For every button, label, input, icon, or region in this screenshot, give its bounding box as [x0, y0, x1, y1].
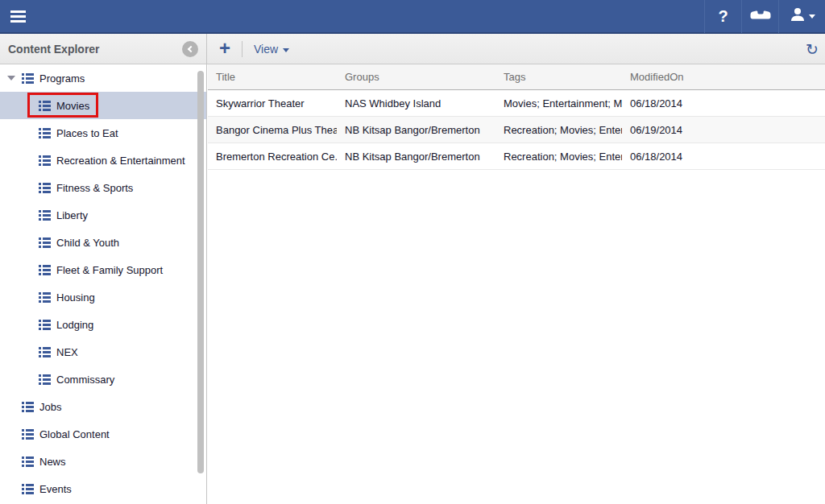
list-icon — [22, 402, 34, 412]
top-bar: ? — [0, 0, 825, 34]
tree-item-recreation-entertainment[interactable]: Recreation & Entertainment — [0, 147, 206, 174]
list-icon — [39, 292, 51, 303]
tree-item-label: Lodging — [56, 319, 93, 331]
table-row[interactable]: Bangor Cinema Plus Thea... NB Kitsap Ban… — [208, 117, 825, 143]
refresh-button[interactable]: ↻ — [799, 40, 825, 58]
tree-item-fleet-family-support[interactable]: Fleet & Family Support — [0, 256, 206, 283]
cell-groups: NAS Whidbey Island — [337, 97, 495, 109]
column-header-modifiedon[interactable]: ModifiedOn — [622, 71, 825, 83]
tree-item-label: Programs — [39, 72, 85, 85]
tree-item-housing[interactable]: Housing — [0, 283, 206, 311]
hamburger-menu-icon[interactable] — [0, 0, 35, 33]
tree-item-movies[interactable]: Movies — [0, 92, 206, 119]
cell-modifiedon: 06/18/2014 — [622, 151, 825, 163]
user-menu-button[interactable] — [778, 0, 825, 33]
tree-item-label: Fleet & Family Support — [56, 264, 163, 276]
tree-item-global-content[interactable]: Global Content — [0, 420, 206, 448]
tree-item-label: Fitness & Sports — [56, 182, 133, 194]
app-window: ? Content E — [0, 0, 825, 504]
table-row[interactable]: Bremerton Recreation Ce... NB Kitsap Ban… — [208, 143, 825, 170]
table-header-row: Title Groups Tags ModifiedOn — [208, 64, 825, 90]
tree-item-liberty[interactable]: Liberty — [0, 201, 206, 229]
column-header-tags[interactable]: Tags — [495, 71, 622, 83]
refresh-icon: ↻ — [806, 40, 819, 58]
cell-title: Bangor Cinema Plus Thea... — [208, 124, 337, 136]
cell-modifiedon: 06/18/2014 — [622, 97, 825, 109]
view-dropdown-button[interactable]: View — [243, 43, 301, 56]
list-icon — [39, 210, 51, 221]
phone-button[interactable] — [741, 0, 778, 33]
content-explorer-tree: Programs Movies Places to Eat Recreation… — [0, 64, 207, 504]
tree-item-events[interactable]: Events — [0, 475, 206, 502]
caret-down-icon — [283, 48, 289, 52]
list-icon — [22, 484, 34, 494]
list-icon — [39, 183, 51, 193]
tree-item-nex[interactable]: NEX — [0, 338, 206, 366]
help-button[interactable]: ? — [704, 0, 741, 33]
tree-item-lodging[interactable]: Lodging — [0, 311, 206, 338]
cell-modifiedon: 06/19/2014 — [622, 124, 825, 136]
table-row[interactable]: Skywarrior Theater NAS Whidbey Island Mo… — [208, 90, 825, 117]
list-icon — [39, 238, 51, 248]
sidebar-scrollbar[interactable] — [197, 71, 204, 473]
cell-tags: Recreation; Movies; Enter... — [495, 151, 622, 163]
tree-item-label: News — [39, 456, 66, 468]
list-icon — [39, 347, 51, 357]
sidebar-collapse-button[interactable] — [182, 41, 198, 57]
list-icon — [39, 374, 51, 385]
cell-groups: NB Kitsap Bangor/Bremerton — [337, 151, 495, 163]
add-button[interactable]: + — [208, 39, 242, 60]
tree-item-commissary[interactable]: Commissary — [0, 366, 206, 393]
tree-item-label: Events — [39, 483, 72, 495]
list-icon — [39, 265, 51, 275]
content-list: Title Groups Tags ModifiedOn Skywarrior … — [208, 64, 825, 504]
cell-title: Skywarrior Theater — [208, 97, 337, 109]
list-icon — [22, 429, 34, 440]
tree-item-label: Housing — [56, 291, 95, 304]
tree-item-label: NEX — [56, 346, 78, 358]
tree-item-label: Places to Eat — [56, 127, 118, 139]
tree-item-places-to-eat[interactable]: Places to Eat — [0, 119, 206, 147]
tree-item-label: Child & Youth — [56, 237, 119, 249]
column-header-groups[interactable]: Groups — [337, 71, 495, 83]
cell-tags: Movies; Entertainment; M... — [495, 97, 622, 109]
view-dropdown-label: View — [254, 43, 278, 56]
person-icon — [790, 6, 806, 26]
tree-item-label: Recreation & Entertainment — [56, 155, 185, 167]
list-icon — [22, 456, 34, 467]
chevron-left-icon — [188, 46, 194, 52]
tree-item-label: Movies — [56, 100, 89, 112]
cell-groups: NB Kitsap Bangor/Bremerton — [337, 124, 495, 136]
list-icon — [39, 155, 51, 166]
tree-item-programs[interactable]: Programs — [0, 64, 206, 92]
tree-item-jobs[interactable]: Jobs — [0, 393, 206, 420]
help-icon: ? — [718, 7, 728, 26]
sidebar-header: Content Explorer — [0, 34, 207, 64]
tree-item-label: Liberty — [56, 209, 88, 221]
list-icon — [39, 320, 51, 330]
tree-item-label: Jobs — [39, 401, 61, 413]
expand-triangle-icon[interactable] — [7, 76, 15, 81]
list-icon — [39, 101, 51, 111]
tree-item-label: Commissary — [56, 374, 114, 386]
toolbar: + View ↻ — [208, 34, 825, 64]
cell-title: Bremerton Recreation Ce... — [208, 151, 337, 163]
phone-handset-icon — [750, 8, 771, 24]
cell-tags: Recreation; Movies; Enter... — [495, 124, 622, 136]
tree-item-news[interactable]: News — [0, 448, 206, 475]
chevron-down-icon — [809, 14, 815, 19]
tree-item-child-youth[interactable]: Child & Youth — [0, 229, 206, 256]
header-band: Content Explorer + View ↻ — [0, 34, 825, 64]
tree-item-fitness-sports[interactable]: Fitness & Sports — [0, 174, 206, 201]
tree-item-label: Global Content — [39, 428, 110, 440]
sidebar-title: Content Explorer — [8, 43, 100, 56]
column-header-title[interactable]: Title — [208, 71, 337, 83]
list-icon — [22, 73, 34, 84]
list-icon — [39, 128, 51, 138]
